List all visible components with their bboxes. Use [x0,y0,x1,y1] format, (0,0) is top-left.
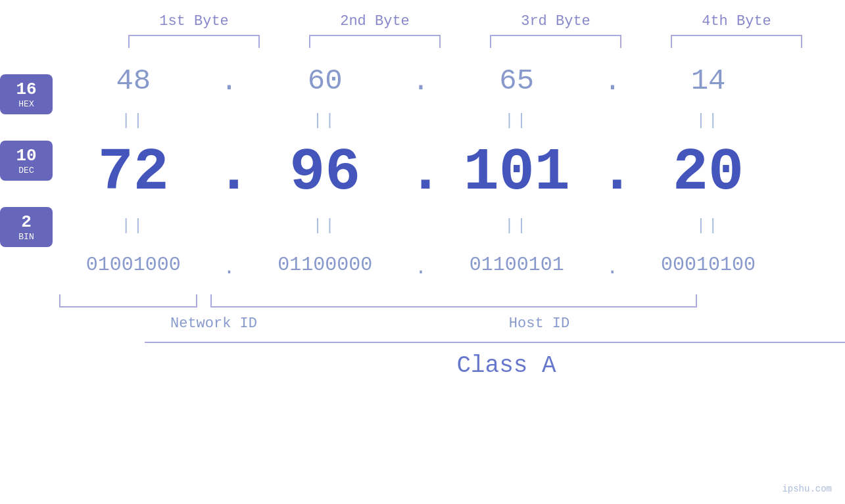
dec-val-4: 20 [642,143,774,202]
dec-dot-2: . [408,143,434,202]
dec-row: 72 . 96 . 101 . 20 [59,133,783,212]
host-bracket [210,294,697,308]
class-section: Class A [145,342,845,381]
bracket-top-2 [309,35,441,48]
dec-badge: 10 DEC [0,141,53,181]
eq1-3: || [451,112,583,129]
hex-badge-num: 16 [9,80,43,99]
hex-dot-1: . [216,64,243,97]
dec-badge-num: 10 [9,146,43,166]
dec-dot-1: . [216,143,243,202]
network-bracket [59,294,197,308]
id-labels-row: Network ID Host ID [145,315,845,332]
values-grid: 48 . 60 . 65 . 14 [53,55,845,381]
eq2-4: || [642,217,774,235]
host-id-label: Host ID [296,315,783,332]
byte3-header: 3rd Byte [490,13,621,30]
class-label: Class A [456,352,556,379]
byte4-header: 4th Byte [671,13,802,30]
bin-val-1: 01001000 [68,254,199,276]
bin-row: 01001000 . 01100000 . 01100101 . [59,239,783,291]
bracket-top-1 [128,35,260,48]
hex-val-2: 60 [259,64,391,97]
bin-val-3: 01100101 [451,254,583,276]
bin-badge-num: 2 [9,212,43,232]
top-brackets [104,35,827,48]
bin-dot-2: . [408,248,434,281]
main-container: 1st Byte 2nd Byte 3rd Byte 4th Byte 16 H… [0,0,845,504]
hex-badge-name: HEX [9,99,43,109]
eq1-2: || [259,112,391,129]
eq1-1: || [68,112,199,129]
eq1-4: || [642,112,774,129]
bin-dot-3: . [599,248,625,281]
bracket-top-4 [671,35,802,48]
watermark: ipshu.com [782,484,832,494]
byte1-header: 1st Byte [128,13,260,30]
eq2-1: || [68,217,199,235]
hex-dot-2: . [408,64,434,97]
dec-dot-3: . [599,143,625,202]
dec-badge-name: DEC [9,166,43,175]
dec-val-2: 96 [259,143,391,202]
hex-val-3: 65 [451,64,583,97]
bottom-brackets [59,294,783,314]
bin-badge-name: BIN [9,232,43,242]
content-area: 16 HEX 10 DEC 2 BIN 48 . [0,55,845,381]
labels-column: 16 HEX 10 DEC 2 BIN [0,74,53,247]
equals-row-1: || || || || [59,107,783,133]
hex-badge: 16 HEX [0,74,53,114]
dec-val-3: 101 [451,143,583,202]
hex-val-4: 14 [642,64,774,97]
equals-row-2: || || || || [59,212,783,239]
byte2-header: 2nd Byte [309,13,441,30]
hex-val-1: 48 [68,64,199,97]
eq2-2: || [259,217,391,235]
hex-dot-3: . [599,64,625,97]
hex-row: 48 . 60 . 65 . 14 [59,55,783,107]
bin-val-4: 00010100 [642,254,774,276]
network-id-label: Network ID [145,315,283,332]
bin-badge: 2 BIN [0,207,53,247]
byte-headers: 1st Byte 2nd Byte 3rd Byte 4th Byte [104,13,827,30]
dec-val-1: 72 [68,143,199,202]
bracket-top-3 [490,35,621,48]
bin-dot-1: . [216,248,243,281]
eq2-3: || [451,217,583,235]
bin-val-2: 01100000 [259,254,391,276]
